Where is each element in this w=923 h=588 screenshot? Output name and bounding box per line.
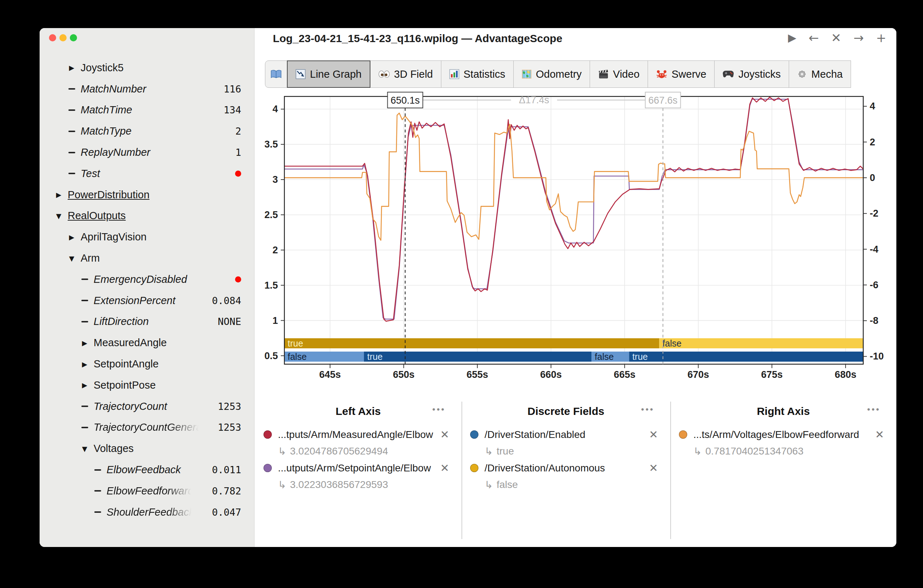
right-tick-label: 4 xyxy=(870,101,875,111)
autonomous-segment[interactable] xyxy=(284,338,659,348)
tab-line-graph[interactable]: Line Graph xyxy=(287,61,370,88)
minimize-light[interactable] xyxy=(59,34,67,41)
tab-statistics[interactable]: Statistics xyxy=(441,61,514,88)
x-tick-label: 650s xyxy=(393,369,414,380)
field-tree: ▶Joystick5MatchNumber116MatchTime134Matc… xyxy=(39,57,254,523)
chevron-right-icon[interactable]: ▶ xyxy=(67,233,76,241)
app-window: ▶Joystick5MatchNumber116MatchTime134Matc… xyxy=(39,28,897,547)
tree-row-MatchTime[interactable]: MatchTime134 xyxy=(39,100,254,121)
value-arrow-icon: ↳ xyxy=(484,446,493,457)
tree-row-ShoulderFeedback[interactable]: ShoulderFeedback0.047 xyxy=(39,502,254,523)
tree-value: 2 xyxy=(235,126,241,137)
remove-field-icon[interactable]: ✕ xyxy=(440,428,449,441)
remove-field-icon[interactable]: ✕ xyxy=(875,428,884,441)
remove-field-icon[interactable]: ✕ xyxy=(649,428,658,441)
line-graph-chart[interactable]: truefalsefalsetruefalsetrue645s650s655s6… xyxy=(255,88,897,388)
chevron-down-icon[interactable]: ▼ xyxy=(80,445,89,453)
legend-divider xyxy=(670,401,671,539)
tree-row-SetpointAngle[interactable]: ▶SetpointAngle xyxy=(39,354,254,375)
tree-row-TrajectoryCountGenera[interactable]: TrajectoryCountGenera1253 xyxy=(39,417,254,438)
new-tab-icon[interactable]: + xyxy=(876,32,887,44)
value-arrow-icon: ↳ xyxy=(484,479,493,491)
tree-row-SetpointPose[interactable]: ▶SetpointPose xyxy=(39,375,254,396)
tree-row-Joystick5[interactable]: ▶Joystick5 xyxy=(39,57,254,79)
eyes-icon xyxy=(378,70,390,78)
tree-label: Test xyxy=(80,168,100,180)
leaf-dash-icon xyxy=(93,490,102,491)
titlebar: Log_23-04-21_15-41-23_q116.wpilog — Adva… xyxy=(255,28,897,60)
tree-label: ReplayNumber xyxy=(80,146,150,158)
leaf-dash-icon xyxy=(67,110,76,111)
leaf-dash-icon xyxy=(80,278,89,280)
enabled-segment[interactable] xyxy=(629,352,863,362)
ellipsis-menu-icon[interactable]: ••• xyxy=(867,405,880,414)
chevron-down-icon[interactable]: ▼ xyxy=(54,212,63,220)
tree-row-MatchNumber[interactable]: MatchNumber116 xyxy=(39,79,254,100)
tree-row-ExtensionPercent[interactable]: ExtensionPercent0.084 xyxy=(39,290,254,311)
current-value: 3.0223036856729593 xyxy=(290,479,388,490)
left-tick-label: 2.5 xyxy=(264,210,278,220)
tab-swerve[interactable]: Swerve xyxy=(648,61,715,88)
tree-row-EmergencyDisabled[interactable]: EmergencyDisabled xyxy=(39,269,254,290)
right-tick-label: -4 xyxy=(870,244,879,255)
tree-row-LiftDirection[interactable]: LiftDirectionNONE xyxy=(39,311,254,332)
autonomous-segment[interactable] xyxy=(659,338,863,348)
tree-row-ElbowFeedback[interactable]: ElbowFeedback0.011 xyxy=(39,459,254,480)
chevron-right-icon[interactable]: ▶ xyxy=(67,64,76,72)
sidebar: ▶Joystick5MatchNumber116MatchTime134Matc… xyxy=(39,28,255,547)
close-light[interactable] xyxy=(49,34,56,41)
legend-column-title: Left Axis xyxy=(255,405,462,418)
tree-row-Test[interactable]: Test xyxy=(39,163,254,184)
remove-field-icon[interactable]: ✕ xyxy=(649,462,658,474)
hover-cursor-label: 667.6s xyxy=(648,95,677,106)
tree-row-Arm[interactable]: ▼Arm xyxy=(39,247,254,269)
leaf-dash-icon xyxy=(67,88,76,90)
tab-3d-field[interactable]: 3D Field xyxy=(370,61,441,88)
left-tick-label: 1 xyxy=(273,315,278,326)
tree-row-AprilTagVision[interactable]: ▶AprilTagVision xyxy=(39,226,254,247)
leaf-dash-icon xyxy=(80,300,89,301)
ellipsis-menu-icon[interactable]: ••• xyxy=(432,405,446,414)
tree-row-TrajectoryCount[interactable]: TrajectoryCount1253 xyxy=(39,396,254,417)
remove-field-icon[interactable]: ✕ xyxy=(440,462,449,474)
tab-label: Odometry xyxy=(536,68,582,80)
chevron-right-icon[interactable]: ▶ xyxy=(80,339,89,347)
leaf-dash-icon xyxy=(67,152,76,153)
library-button[interactable] xyxy=(265,61,287,88)
chevron-down-icon[interactable]: ▼ xyxy=(67,254,76,262)
tab-video[interactable]: Video xyxy=(590,61,648,88)
value-arrow-icon: ↳ xyxy=(278,446,286,457)
arrow-left-icon[interactable]: ← xyxy=(808,32,819,44)
legend-item-list: ...tputs/Arm/MeasuredAngle/Elbow✕↳3.0204… xyxy=(255,426,462,493)
play-icon[interactable]: ▶ xyxy=(788,33,796,43)
right-tick-label: -6 xyxy=(870,280,879,290)
leaf-dash-icon xyxy=(67,173,76,174)
tree-row-RealOutputs[interactable]: ▼RealOutputs xyxy=(39,205,254,227)
chevron-right-icon[interactable]: ▶ xyxy=(80,360,89,368)
tree-row-Voltages[interactable]: ▼Voltages xyxy=(39,438,254,459)
tab-mecha[interactable]: Mecha xyxy=(789,61,851,88)
close-tab-icon[interactable]: ✕ xyxy=(831,32,842,44)
tree-row-PowerDistribution[interactable]: ▶PowerDistribution xyxy=(39,184,254,205)
tree-row-ReplayNumber[interactable]: ReplayNumber1 xyxy=(39,142,254,163)
enabled-segment[interactable] xyxy=(364,352,591,362)
boolean-true-dot xyxy=(235,170,241,177)
tree-row-MatchType[interactable]: MatchType2 xyxy=(39,121,254,142)
chevron-right-icon[interactable]: ▶ xyxy=(80,381,89,389)
legend-divider xyxy=(462,401,462,539)
right-tick-label: -10 xyxy=(870,351,884,362)
tree-value: 0.047 xyxy=(212,507,241,518)
arrow-right-icon[interactable]: → xyxy=(854,32,864,44)
tab-joysticks[interactable]: Joysticks xyxy=(714,61,789,88)
ellipsis-menu-icon[interactable]: ••• xyxy=(641,405,654,414)
chevron-right-icon[interactable]: ▶ xyxy=(54,191,63,199)
window-title: Log_23-04-21_15-41-23_q116.wpilog — Adva… xyxy=(273,33,562,44)
tab-odometry[interactable]: Odometry xyxy=(513,61,590,88)
tree-row-ElbowFeedforward[interactable]: ElbowFeedforward0.782 xyxy=(39,480,254,502)
tree-label: SetpointPose xyxy=(94,379,156,391)
x-tick-label: 655s xyxy=(466,369,488,380)
legend-item: /DriverStation/Autonomous✕ xyxy=(462,460,670,477)
zoom-light[interactable] xyxy=(70,34,77,41)
legend-column-right-axis: Right Axis•••...ts/Arm/Voltages/ElbowFee… xyxy=(670,389,897,547)
tree-row-MeasuredAngle[interactable]: ▶MeasuredAngle xyxy=(39,332,254,354)
